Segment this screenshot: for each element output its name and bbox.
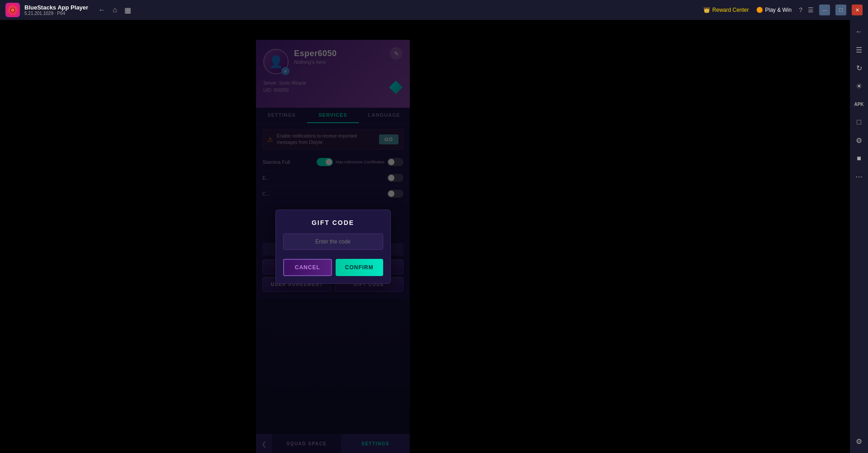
play-win-icon: 🟠 bbox=[756, 7, 763, 13]
app-title-group: BlueStacks App Player 5.21.201.1029 · P6… bbox=[24, 4, 88, 16]
modal-overlay: GIFT CODE CANCEL CONFIRM bbox=[256, 40, 410, 453]
sidebar-settings-icon[interactable]: ⚙ bbox=[852, 434, 866, 448]
sidebar-resize-icon[interactable]: □ bbox=[852, 115, 866, 129]
top-bar-right: 👑 Reward Center 🟠 Play & Win ? ☰ — ☐ ✕ bbox=[703, 5, 863, 15]
modal-buttons: CANCEL CONFIRM bbox=[283, 259, 383, 276]
minimize-button[interactable]: — bbox=[819, 5, 830, 15]
reward-center-label: Reward Center bbox=[712, 7, 749, 13]
sidebar-apk-icon[interactable]: APK bbox=[852, 97, 866, 111]
confirm-button[interactable]: CONFIRM bbox=[336, 259, 383, 276]
sidebar-screenshot-icon[interactable]: ■ bbox=[852, 151, 866, 166]
close-button[interactable]: ✕ bbox=[852, 5, 863, 15]
gift-code-modal: GIFT CODE CANCEL CONFIRM bbox=[275, 210, 391, 284]
game-area: 👤 9 Esper6050 Nothing's here ✎ Server: S… bbox=[0, 20, 850, 453]
maximize-button[interactable]: ☐ bbox=[835, 5, 846, 15]
home-button[interactable]: ⌂ bbox=[111, 4, 119, 16]
menu-button[interactable]: ☰ bbox=[808, 6, 814, 14]
sidebar-right-arrow-icon[interactable]: ← bbox=[852, 24, 866, 39]
top-nav-buttons: ← ⌂ ▦ bbox=[96, 4, 133, 16]
sidebar-layers-icon[interactable]: ☰ bbox=[852, 43, 866, 57]
sidebar-more-icon[interactable]: ⋯ bbox=[852, 169, 866, 184]
app-logo: ⬡ bbox=[5, 3, 20, 17]
sidebar-gamepad-icon[interactable]: ⚙ bbox=[852, 133, 866, 148]
game-panel: 👤 9 Esper6050 Nothing's here ✎ Server: S… bbox=[256, 40, 410, 453]
reward-center-button[interactable]: 👑 Reward Center bbox=[703, 7, 749, 13]
code-input[interactable] bbox=[283, 234, 383, 250]
sidebar-camera-icon[interactable]: ☀ bbox=[852, 79, 866, 93]
right-sidebar: ← ☰ ↻ ☀ APK □ ⚙ ■ ⋯ ⚙ bbox=[850, 20, 868, 453]
window-controls: ? ☰ — ☐ ✕ bbox=[799, 5, 863, 15]
play-win-button[interactable]: 🟠 Play & Win bbox=[756, 7, 792, 13]
top-bar: ⬡ BlueStacks App Player 5.21.201.1029 · … bbox=[0, 0, 868, 20]
crown-icon: 👑 bbox=[703, 7, 710, 13]
app-name: BlueStacks App Player bbox=[24, 4, 88, 11]
app-version: 5.21.201.1029 · P64 bbox=[24, 11, 88, 16]
back-button[interactable]: ← bbox=[96, 4, 107, 16]
windows-button[interactable]: ▦ bbox=[123, 4, 133, 16]
play-win-label: Play & Win bbox=[765, 7, 792, 13]
cancel-button[interactable]: CANCEL bbox=[283, 259, 332, 276]
help-button[interactable]: ? bbox=[799, 6, 802, 14]
sidebar-refresh-icon[interactable]: ↻ bbox=[852, 61, 866, 75]
modal-title: GIFT CODE bbox=[283, 219, 383, 226]
